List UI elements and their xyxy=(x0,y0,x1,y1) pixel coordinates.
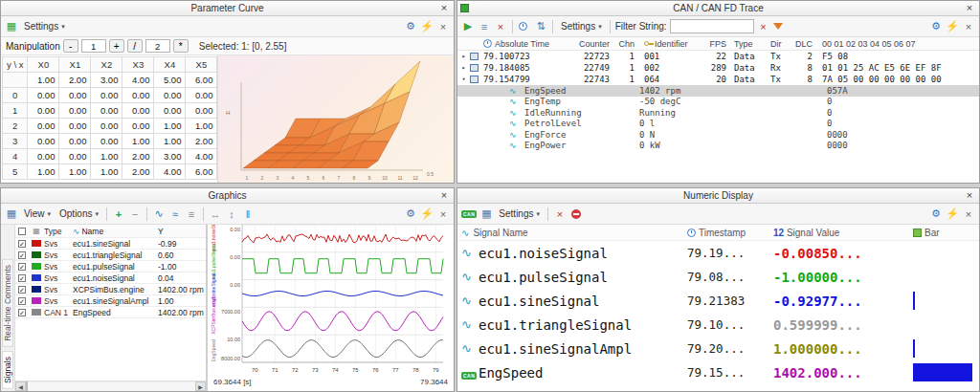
table-cell[interactable]: 0.00 xyxy=(28,149,59,164)
color-swatch[interactable] xyxy=(32,297,41,304)
legend-header[interactable]: ▦ Type ∿ Name Y xyxy=(15,225,206,238)
trace-frame-row[interactable]: ▸79.184085227491002289DataRx801 01 25 AC… xyxy=(457,62,979,74)
table-cell[interactable]: 1.00 xyxy=(28,164,59,180)
numeric-row[interactable]: ∿ecu1.triangleSignal79.10...0.599999... xyxy=(457,313,979,337)
table-row[interactable]: 51.001.001.002.004.006.00 xyxy=(3,164,217,180)
table-cell[interactable]: 6.00 xyxy=(186,164,217,180)
color-swatch[interactable] xyxy=(32,251,41,258)
scroll-track[interactable] xyxy=(26,382,195,391)
divide-button[interactable]: / xyxy=(127,39,143,53)
column-header[interactable]: X1 xyxy=(59,57,91,73)
table-row[interactable]: 40.000.001.002.003.004.00 xyxy=(3,149,217,164)
column-header[interactable]: X4 xyxy=(154,57,186,73)
legend-row[interactable]: Svsecu1.sineSignalAmpl1.00 xyxy=(15,295,206,307)
table-row[interactable]: 30.000.000.001.001.002.00 xyxy=(3,134,217,149)
signal-checkbox[interactable] xyxy=(18,286,26,294)
table-cell[interactable]: 3.00 xyxy=(154,149,186,164)
parameter-table[interactable]: y \ xX0X1X2X3X4X51.002.003.004.005.006.0… xyxy=(2,56,217,180)
color-swatch[interactable] xyxy=(32,309,41,316)
trace-column-headers[interactable]: Absolute Time Counter Chn Identifier FPS… xyxy=(457,37,979,51)
trace-signal-row[interactable]: ∿EngTemp-50 degC0 xyxy=(457,97,979,108)
table-cell[interactable]: 0.00 xyxy=(91,134,122,149)
table-cell[interactable]: 2.00 xyxy=(186,134,217,149)
stop-icon[interactable] xyxy=(569,207,583,221)
table-cell[interactable]: 0.00 xyxy=(59,103,91,119)
measure-icon[interactable]: ‖ xyxy=(241,207,255,221)
lightning-icon[interactable]: ⚡ xyxy=(420,20,434,33)
options-dropdown[interactable]: Options▾ xyxy=(56,207,101,220)
signal-checkbox[interactable] xyxy=(18,309,26,316)
color-swatch[interactable] xyxy=(32,240,41,247)
clear-filter-icon[interactable]: × xyxy=(757,20,770,33)
numeric-row[interactable]: ∿ecu1.sineSignal79.21383-0.92977... xyxy=(457,289,979,313)
detach-icon[interactable]: × xyxy=(436,20,450,33)
sort-arrows-icon[interactable]: ⇅ xyxy=(534,20,547,33)
column-header[interactable]: X2 xyxy=(91,57,122,73)
legend-h-scrollbar[interactable]: ◀ ▶ xyxy=(15,381,206,391)
columns-icon[interactable]: ▦ xyxy=(479,207,493,221)
table-cell[interactable]: 0.00 xyxy=(28,134,59,149)
step-value-1[interactable]: 1 xyxy=(81,39,106,53)
trace-frame-row[interactable]: ▾79.15479922743106420DataTx87A 05 00 00 … xyxy=(457,74,979,85)
graphics-titlebar[interactable]: Graphics × xyxy=(1,188,454,204)
table-cell[interactable]: 5.00 xyxy=(154,73,186,88)
legend-row[interactable]: SvsXCPSimBus.engine1402.00 rpm xyxy=(15,284,206,295)
table-cell[interactable]: 0.00 xyxy=(91,103,122,119)
view-dropdown[interactable]: View▾ xyxy=(21,207,54,220)
table-row[interactable]: 20.000.000.000.001.001.00 xyxy=(3,119,217,134)
trace-signal-row[interactable]: ∿EngForce0 N0000 xyxy=(457,129,979,141)
close-icon[interactable]: × xyxy=(963,189,976,202)
table-cell[interactable]: 2.00 xyxy=(122,149,154,164)
clock-icon[interactable] xyxy=(518,20,531,33)
signal-checkbox[interactable] xyxy=(18,240,26,248)
detach-icon[interactable]: × xyxy=(436,207,450,221)
lightning-icon[interactable]: ⚡ xyxy=(946,207,959,221)
scroll-lock-icon[interactable]: ≡ xyxy=(478,20,491,33)
table-cell[interactable]: 6.00 xyxy=(186,73,217,88)
color-swatch[interactable] xyxy=(32,286,41,293)
zoom-v-icon[interactable]: ↕ xyxy=(225,207,238,221)
tab-signals[interactable]: Signals xyxy=(2,351,13,389)
numeric-row[interactable]: ∿ecu1.sineSignalAmpl79.20...1.000000... xyxy=(457,337,979,360)
column-header[interactable]: X5 xyxy=(186,57,217,73)
table-cell[interactable]: 0.00 xyxy=(59,149,91,164)
row-header[interactable]: 0 xyxy=(3,88,28,103)
settings-dropdown[interactable]: Settings▾ xyxy=(21,20,68,33)
trace-signal-row[interactable]: ∿IdleRunningRunning0 xyxy=(457,107,979,119)
row-header[interactable]: 1 xyxy=(3,103,28,119)
table-cell[interactable]: 3.00 xyxy=(91,73,122,88)
table-cell[interactable]: 0.00 xyxy=(122,103,154,119)
legend-row[interactable]: CAN 1EngSpeed1402.00 rpm xyxy=(15,307,206,318)
row-header[interactable] xyxy=(3,73,28,88)
row-header[interactable]: 3 xyxy=(3,134,28,149)
legend-row[interactable]: Svsecu1.sineSignal-0.99 xyxy=(15,238,206,250)
row-header[interactable]: 2 xyxy=(3,119,28,134)
table-cell[interactable]: 0.00 xyxy=(91,88,122,103)
close-icon[interactable]: × xyxy=(437,2,451,14)
gear-icon[interactable]: ⚙ xyxy=(929,207,943,221)
legend-row[interactable]: Svsecu1.triangleSignal0.60 xyxy=(15,250,206,261)
stacked-chart-icon[interactable]: ≈ xyxy=(168,207,182,221)
scroll-thumb[interactable] xyxy=(26,381,28,392)
numeric-row[interactable]: ∿ecu1.noiseSignal79.19...-0.00850... xyxy=(457,241,979,265)
increment-button[interactable]: + xyxy=(109,39,124,53)
decrement-button[interactable]: - xyxy=(63,39,78,53)
lightning-icon[interactable]: ⚡ xyxy=(420,207,434,221)
remove-signal-icon[interactable]: − xyxy=(128,207,142,221)
table-cell[interactable]: 1.00 xyxy=(59,164,91,180)
waveform-plot[interactable]: 707172737475767778790.000.000.007000.001… xyxy=(208,225,454,391)
table-cell[interactable]: 0.00 xyxy=(186,103,217,119)
table-cell[interactable]: 0.00 xyxy=(154,88,186,103)
table-cell[interactable]: 0.00 xyxy=(122,119,154,134)
parameter-curve-titlebar[interactable]: Parameter Curve × xyxy=(1,1,454,16)
close-icon[interactable]: × xyxy=(963,2,976,14)
table-cell[interactable]: 4.00 xyxy=(186,149,217,164)
table-cell[interactable]: 4.00 xyxy=(154,164,186,180)
legend-row[interactable]: Svsecu1.pulseSignal-1.00 xyxy=(15,261,206,272)
clear-icon[interactable]: × xyxy=(494,20,507,33)
table-cell[interactable]: 1.00 xyxy=(186,119,217,134)
table-cell[interactable]: 4.00 xyxy=(122,73,154,88)
trace-frame-row[interactable]: ▸79.10072322723100122DataTx2F5 08 xyxy=(457,51,979,62)
zoom-h-icon[interactable]: ↔ xyxy=(209,207,222,221)
table-cell[interactable]: 1.00 xyxy=(154,134,186,149)
